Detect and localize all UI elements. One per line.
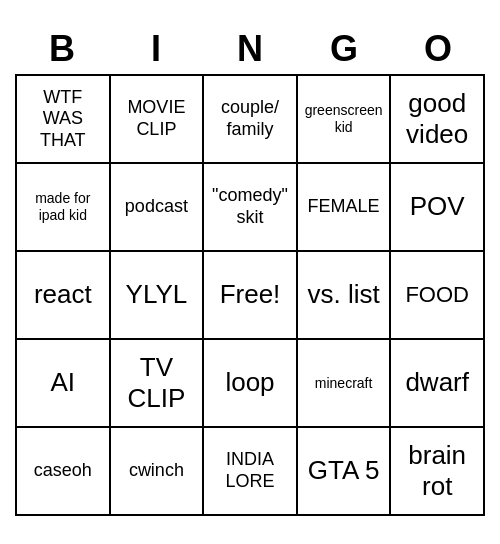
bingo-cell-text-8: FEMALE — [308, 196, 380, 218]
bingo-cell-text-17: loop — [225, 367, 274, 398]
bingo-header: BINGO — [15, 28, 485, 70]
bingo-cell-text-15: AI — [51, 367, 76, 398]
bingo-cell-1: MOVIE CLIP — [111, 76, 205, 164]
bingo-cell-text-19: dwarf — [405, 367, 469, 398]
bingo-cell-9: POV — [391, 164, 485, 252]
bingo-cell-text-20: caseoh — [34, 460, 92, 482]
bingo-cell-11: YLYL — [111, 252, 205, 340]
bingo-cell-text-6: podcast — [125, 196, 188, 218]
bingo-cell-23: GTA 5 — [298, 428, 392, 516]
bingo-cell-text-2: couple/ family — [208, 97, 292, 140]
bingo-cell-text-5: made for ipad kid — [21, 190, 105, 224]
header-letter-G: G — [301, 28, 387, 70]
header-letter-B: B — [19, 28, 105, 70]
bingo-cell-4: good video — [391, 76, 485, 164]
bingo-cell-24: brain rot — [391, 428, 485, 516]
bingo-cell-17: loop — [204, 340, 298, 428]
header-letter-I: I — [113, 28, 199, 70]
bingo-cell-20: caseoh — [17, 428, 111, 516]
bingo-cell-21: cwinch — [111, 428, 205, 516]
bingo-cell-0: WTF WAS THAT — [17, 76, 111, 164]
bingo-cell-text-13: vs. list — [307, 279, 379, 310]
bingo-cell-text-22: INDIA LORE — [208, 449, 292, 492]
bingo-cell-19: dwarf — [391, 340, 485, 428]
bingo-cell-13: vs. list — [298, 252, 392, 340]
bingo-cell-10: react — [17, 252, 111, 340]
bingo-cell-22: INDIA LORE — [204, 428, 298, 516]
bingo-cell-text-7: "comedy" skit — [208, 185, 292, 228]
bingo-cell-text-10: react — [34, 279, 92, 310]
bingo-cell-2: couple/ family — [204, 76, 298, 164]
bingo-cell-5: made for ipad kid — [17, 164, 111, 252]
bingo-cell-3: greenscreen kid — [298, 76, 392, 164]
bingo-cell-text-18: minecraft — [315, 375, 373, 392]
bingo-cell-text-0: WTF WAS THAT — [21, 87, 105, 152]
bingo-cell-text-24: brain rot — [395, 440, 479, 502]
bingo-cell-text-11: YLYL — [126, 279, 188, 310]
bingo-cell-text-14: FOOD — [405, 282, 469, 308]
bingo-cell-8: FEMALE — [298, 164, 392, 252]
bingo-cell-text-12: Free! — [220, 279, 281, 310]
bingo-cell-text-4: good video — [395, 88, 479, 150]
bingo-cell-7: "comedy" skit — [204, 164, 298, 252]
header-letter-N: N — [207, 28, 293, 70]
bingo-cell-text-9: POV — [410, 191, 465, 222]
bingo-cell-text-23: GTA 5 — [308, 455, 380, 486]
bingo-cell-text-3: greenscreen kid — [302, 102, 386, 136]
bingo-grid: WTF WAS THATMOVIE CLIPcouple/ familygree… — [15, 74, 485, 516]
header-letter-O: O — [395, 28, 481, 70]
bingo-cell-14: FOOD — [391, 252, 485, 340]
bingo-cell-6: podcast — [111, 164, 205, 252]
bingo-cell-text-1: MOVIE CLIP — [115, 97, 199, 140]
bingo-cell-16: TV CLIP — [111, 340, 205, 428]
bingo-cell-text-16: TV CLIP — [115, 352, 199, 414]
bingo-cell-15: AI — [17, 340, 111, 428]
bingo-cell-12: Free! — [204, 252, 298, 340]
bingo-card: BINGO WTF WAS THATMOVIE CLIPcouple/ fami… — [15, 28, 485, 516]
bingo-cell-18: minecraft — [298, 340, 392, 428]
bingo-cell-text-21: cwinch — [129, 460, 184, 482]
